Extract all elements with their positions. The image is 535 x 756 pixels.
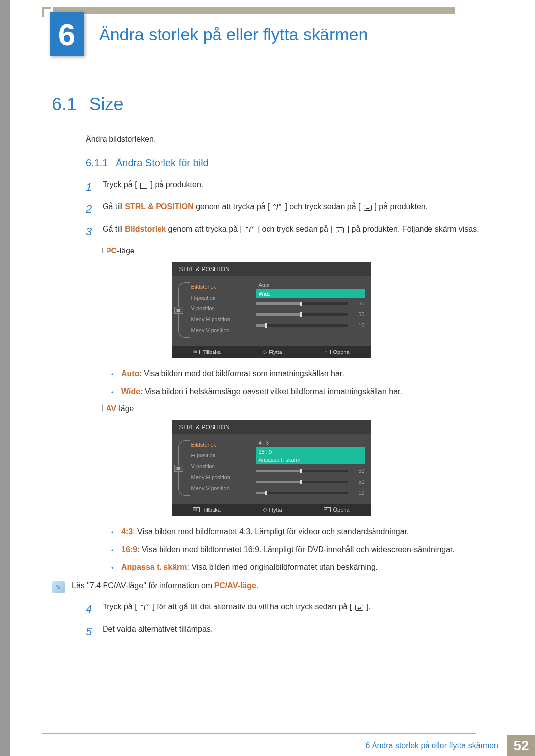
osd-slider-row: 50 <box>256 465 365 476</box>
text: -läge <box>116 404 134 413</box>
text: ] och tryck sedan på [ <box>285 202 360 211</box>
text: : Visa bilden med bildformatet 4:3. Lämp… <box>133 527 409 536</box>
osd-footer: ▤Tillbaka ◇Flytta ↵Öppna <box>172 346 371 358</box>
chapter-header: 6 Ändra storlek på eller flytta skärmen <box>50 12 368 56</box>
osd-pc: STRL & POSITION ▦ Bildstorlek H-position… <box>172 262 371 358</box>
text: ] och tryck sedan på [ <box>258 225 333 233</box>
osd-menu-column: ▦ Bildstorlek H-position V-position Meny… <box>177 280 252 341</box>
osd-slider-row: 10 <box>256 320 365 331</box>
text: : Visa bilden med det bildformat som inm… <box>139 369 344 378</box>
text: : Visa bilden med originalbildformatet u… <box>187 563 378 571</box>
note: ✎ Läs "7.4 PC/AV-läge" för information o… <box>52 581 490 593</box>
mode-av-label: I AV-läge <box>102 404 490 413</box>
enter-icon: ↵ <box>324 507 331 512</box>
osd-body: ▦ Bildstorlek H-position V-position Meny… <box>172 276 371 346</box>
emphasis: Bildstorlek <box>125 225 166 233</box>
osd-menu-item: H-position <box>191 292 252 303</box>
emphasis: PC/AV-läge <box>214 581 256 590</box>
emphasis: Anpassa t. skärm <box>121 563 187 571</box>
enter-icon: ↵ <box>324 350 331 354</box>
osd-title: STRL & POSITION <box>172 420 371 434</box>
list-item: Auto: Visa bilden med det bildformat som… <box>111 368 490 380</box>
page-footer: 6 Ändra storlek på eller flytta skärmen … <box>10 735 535 756</box>
osd-slider-row: 50 <box>256 476 365 487</box>
slider-value: 50 <box>352 479 365 485</box>
text: genom att trycka på [ <box>168 225 242 233</box>
text: ] på produkten. <box>374 202 428 211</box>
footer-decoration <box>42 733 476 734</box>
updown-icon: ˄/˅ <box>272 202 283 213</box>
slider-value: 50 <box>352 311 365 317</box>
list-item: 4:3: Visa bilden med bildformatet 4:3. L… <box>111 526 490 538</box>
osd-menu-item: Meny V-position <box>191 325 252 336</box>
enter-icon <box>363 202 373 213</box>
menu-icon: ▤ <box>193 350 200 354</box>
text: genom att trycka på [ <box>196 202 269 211</box>
step-body: Tryck på [ ˄/˅ ] för att gå till det alt… <box>103 601 490 617</box>
step-body: Gå till Bildstorlek genom att trycka på … <box>103 223 490 240</box>
subsection-heading: 6.1.1 Ändra Storlek för bild <box>86 157 490 169</box>
list-item: Wide: Visa bilden i helskärmsläge oavset… <box>111 386 490 398</box>
text: ] på produkten. <box>151 180 204 189</box>
step-5: 5 Det valda alternativet tillämpas. <box>86 623 490 640</box>
slider-value: 10 <box>352 322 365 328</box>
osd-values-column: Auto Wide 50 50 10 <box>256 280 365 341</box>
text: Tryck på [ <box>103 180 137 189</box>
emphasis: PC <box>106 247 117 255</box>
osd-menu: Bildstorlek H-position V-position Meny H… <box>191 438 252 494</box>
chapter-title: Ändra storlek på eller flytta skärmen <box>99 25 368 44</box>
diamond-icon: ◇ <box>263 349 267 355</box>
emphasis: Wide <box>121 387 140 396</box>
step-1: 1 Tryck på [ ] på produkten. <box>86 179 490 195</box>
text: ]. <box>366 603 371 611</box>
section-intro: Ändra bildstorleken. <box>86 135 490 144</box>
page: 6 Ändra storlek på eller flytta skärmen … <box>0 0 535 756</box>
note-text: Läs "7.4 PC/AV-läge" för information om … <box>72 581 258 593</box>
text: Gå till <box>103 202 125 211</box>
osd-option: 4 : 3 <box>256 438 365 447</box>
section-title: Size <box>89 94 124 115</box>
osd-option-selected: 16 : 9 <box>256 447 365 456</box>
slider-value: 50 <box>352 301 365 306</box>
osd-footer-move: ◇Flytta <box>263 349 282 355</box>
mode-pc-label: I PC-läge <box>102 247 490 255</box>
step-number: 3 <box>86 223 95 240</box>
text: : Visa bilden med bildformatet 16:9. Läm… <box>137 545 455 554</box>
osd-menu-item: H-position <box>191 450 252 461</box>
step-number: 2 <box>86 201 95 217</box>
text: I <box>102 247 106 255</box>
text: -läge <box>117 247 135 255</box>
bullets-av: 4:3: Visa bilden med bildformatet 4:3. L… <box>111 526 490 573</box>
step-body: Det valda alternativet tillämpas. <box>103 623 490 640</box>
osd-menu-item: Meny H-position <box>191 314 252 325</box>
osd-menu-item: Bildstorlek <box>191 281 252 292</box>
grid-icon: ▦ <box>174 307 183 314</box>
text: Det valda alternativet tillämpas. <box>103 625 213 633</box>
osd-option: Auto <box>256 280 365 289</box>
enter-icon <box>354 602 364 613</box>
step-3: 3 Gå till Bildstorlek genom att trycka p… <box>86 223 490 240</box>
slider-value: 50 <box>352 468 365 474</box>
step-body: Tryck på [ ] på produkten. <box>103 179 490 195</box>
osd-menu-item: Bildstorlek <box>191 439 252 450</box>
emphasis: 4:3 <box>121 527 133 536</box>
osd-option: Anpassa t. skärm <box>256 456 365 464</box>
menu-icon: ▤ <box>193 507 200 512</box>
step-body: Gå till STRL & POSITION genom att trycka… <box>103 201 490 217</box>
step-number: 4 <box>86 601 95 617</box>
osd-slider-row: 50 <box>256 309 365 320</box>
menu-icon <box>139 179 148 191</box>
text: . <box>256 581 258 590</box>
text: ] för att gå till det alternativ du vill… <box>152 603 352 611</box>
step-number: 1 <box>86 179 95 195</box>
osd-footer: ▤Tillbaka ◇Flytta ↵Öppna <box>172 504 371 516</box>
subsection-title: Ändra Storlek för bild <box>116 157 209 168</box>
updown-icon: ˄/˅ <box>244 225 255 235</box>
emphasis: STRL & POSITION <box>125 202 193 211</box>
text: ] på produkten. Följande skärm visas. <box>347 225 479 233</box>
section-number: 6.1 <box>52 94 77 115</box>
chapter-number-badge: 6 <box>50 12 84 56</box>
osd-footer-back: ▤Tillbaka <box>193 506 221 513</box>
text: I <box>102 404 106 413</box>
osd-footer-move: ◇Flytta <box>263 506 282 513</box>
